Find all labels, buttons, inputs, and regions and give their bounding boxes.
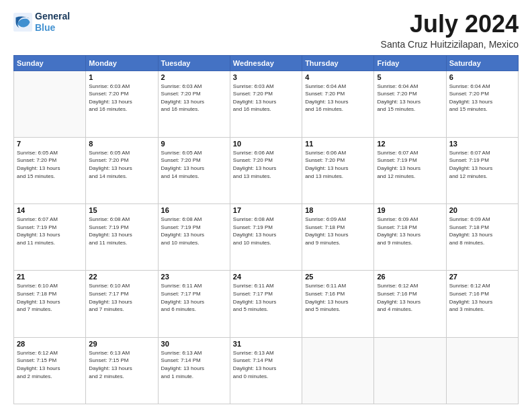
- logo: General Blue: [13, 11, 70, 34]
- calendar-cell: 27Sunrise: 6:12 AM Sunset: 7:16 PM Dayli…: [446, 271, 518, 337]
- day-number: 25: [305, 273, 371, 281]
- calendar-cell: 24Sunrise: 6:11 AM Sunset: 7:17 PM Dayli…: [230, 271, 302, 337]
- logo-icon: [13, 13, 32, 32]
- day-info: Sunrise: 6:12 AM Sunset: 7:15 PM Dayligh…: [17, 349, 83, 380]
- calendar-cell: 7Sunrise: 6:05 AM Sunset: 7:20 PM Daylig…: [14, 137, 86, 203]
- day-info: Sunrise: 6:07 AM Sunset: 7:19 PM Dayligh…: [17, 216, 83, 246]
- day-number: 3: [233, 73, 299, 81]
- calendar-cell: 19Sunrise: 6:09 AM Sunset: 7:18 PM Dayli…: [374, 204, 446, 271]
- day-info: Sunrise: 6:08 AM Sunset: 7:19 PM Dayligh…: [161, 216, 227, 246]
- day-info: Sunrise: 6:10 AM Sunset: 7:17 PM Dayligh…: [89, 282, 154, 313]
- day-number: 18: [305, 206, 371, 214]
- day-info: Sunrise: 6:06 AM Sunset: 7:20 PM Dayligh…: [233, 149, 299, 180]
- calendar-cell: 10Sunrise: 6:06 AM Sunset: 7:20 PM Dayli…: [230, 137, 302, 203]
- day-info: Sunrise: 6:04 AM Sunset: 7:20 PM Dayligh…: [377, 83, 443, 113]
- day-number: 11: [305, 140, 371, 148]
- day-number: 12: [377, 140, 443, 148]
- day-info: Sunrise: 6:04 AM Sunset: 7:20 PM Dayligh…: [305, 83, 371, 113]
- calendar-cell: 18Sunrise: 6:09 AM Sunset: 7:18 PM Dayli…: [302, 204, 374, 271]
- day-number: 31: [233, 340, 299, 348]
- day-number: 16: [161, 206, 227, 214]
- day-info: Sunrise: 6:07 AM Sunset: 7:19 PM Dayligh…: [449, 149, 515, 180]
- day-number: 1: [89, 73, 154, 81]
- day-number: 19: [377, 206, 443, 214]
- calendar-cell: 28Sunrise: 6:12 AM Sunset: 7:15 PM Dayli…: [14, 337, 86, 404]
- day-number: 7: [17, 140, 83, 148]
- title-block: July 2024 Santa Cruz Huitzizilapan, Mexi…: [381, 11, 519, 50]
- day-info: Sunrise: 6:11 AM Sunset: 7:17 PM Dayligh…: [233, 282, 299, 313]
- calendar-week-4: 21Sunrise: 6:10 AM Sunset: 7:18 PM Dayli…: [14, 271, 519, 337]
- day-number: 28: [17, 340, 83, 348]
- day-number: 29: [89, 340, 154, 348]
- day-info: Sunrise: 6:03 AM Sunset: 7:20 PM Dayligh…: [161, 83, 227, 113]
- calendar-cell: [446, 337, 518, 404]
- calendar-cell: 3Sunrise: 6:03 AM Sunset: 7:20 PM Daylig…: [230, 71, 302, 137]
- day-info: Sunrise: 6:08 AM Sunset: 7:19 PM Dayligh…: [89, 216, 154, 246]
- calendar-cell: 17Sunrise: 6:08 AM Sunset: 7:19 PM Dayli…: [230, 204, 302, 271]
- calendar-week-1: 1Sunrise: 6:03 AM Sunset: 7:20 PM Daylig…: [14, 71, 519, 137]
- day-number: 14: [17, 206, 83, 214]
- day-number: 24: [233, 273, 299, 281]
- calendar-cell: 14Sunrise: 6:07 AM Sunset: 7:19 PM Dayli…: [14, 204, 86, 271]
- calendar-cell: 16Sunrise: 6:08 AM Sunset: 7:19 PM Dayli…: [158, 204, 230, 271]
- day-number: 8: [89, 140, 154, 148]
- day-info: Sunrise: 6:05 AM Sunset: 7:20 PM Dayligh…: [17, 149, 83, 180]
- day-number: 6: [449, 73, 515, 81]
- location: Santa Cruz Huitzizilapan, Mexico: [381, 39, 519, 50]
- day-info: Sunrise: 6:13 AM Sunset: 7:15 PM Dayligh…: [89, 349, 154, 380]
- calendar-header-saturday: Saturday: [446, 55, 518, 71]
- day-number: 15: [89, 206, 154, 214]
- calendar-cell: 9Sunrise: 6:05 AM Sunset: 7:20 PM Daylig…: [158, 137, 230, 203]
- calendar-cell: 29Sunrise: 6:13 AM Sunset: 7:15 PM Dayli…: [86, 337, 158, 404]
- calendar-header-thursday: Thursday: [302, 55, 374, 71]
- day-info: Sunrise: 6:12 AM Sunset: 7:16 PM Dayligh…: [377, 282, 443, 313]
- calendar-cell: 23Sunrise: 6:11 AM Sunset: 7:17 PM Dayli…: [158, 271, 230, 337]
- day-number: 30: [161, 340, 227, 348]
- calendar-cell: 11Sunrise: 6:06 AM Sunset: 7:20 PM Dayli…: [302, 137, 374, 203]
- calendar-cell: [302, 337, 374, 404]
- day-info: Sunrise: 6:06 AM Sunset: 7:20 PM Dayligh…: [305, 149, 371, 180]
- calendar-header-tuesday: Tuesday: [158, 55, 230, 71]
- day-info: Sunrise: 6:08 AM Sunset: 7:19 PM Dayligh…: [233, 216, 299, 246]
- day-info: Sunrise: 6:12 AM Sunset: 7:16 PM Dayligh…: [449, 282, 515, 313]
- day-info: Sunrise: 6:09 AM Sunset: 7:18 PM Dayligh…: [305, 216, 371, 246]
- calendar-cell: 30Sunrise: 6:13 AM Sunset: 7:14 PM Dayli…: [158, 337, 230, 404]
- logo-text: General Blue: [35, 11, 70, 34]
- day-info: Sunrise: 6:04 AM Sunset: 7:20 PM Dayligh…: [449, 83, 515, 113]
- day-info: Sunrise: 6:13 AM Sunset: 7:14 PM Dayligh…: [233, 349, 299, 380]
- day-info: Sunrise: 6:10 AM Sunset: 7:18 PM Dayligh…: [17, 282, 83, 313]
- calendar-week-2: 7Sunrise: 6:05 AM Sunset: 7:20 PM Daylig…: [14, 137, 519, 203]
- day-number: 26: [377, 273, 443, 281]
- day-number: 5: [377, 73, 443, 81]
- day-info: Sunrise: 6:09 AM Sunset: 7:18 PM Dayligh…: [377, 216, 443, 246]
- day-number: 10: [233, 140, 299, 148]
- calendar-cell: 13Sunrise: 6:07 AM Sunset: 7:19 PM Dayli…: [446, 137, 518, 203]
- day-number: 13: [449, 140, 515, 148]
- day-number: 2: [161, 73, 227, 81]
- calendar-cell: 8Sunrise: 6:05 AM Sunset: 7:20 PM Daylig…: [86, 137, 158, 203]
- day-number: 21: [17, 273, 83, 281]
- day-info: Sunrise: 6:07 AM Sunset: 7:19 PM Dayligh…: [377, 149, 443, 180]
- calendar-week-5: 28Sunrise: 6:12 AM Sunset: 7:15 PM Dayli…: [14, 337, 519, 404]
- calendar-cell: 15Sunrise: 6:08 AM Sunset: 7:19 PM Dayli…: [86, 204, 158, 271]
- calendar-cell: 22Sunrise: 6:10 AM Sunset: 7:17 PM Dayli…: [86, 271, 158, 337]
- header: General Blue July 2024 Santa Cruz Huitzi…: [13, 11, 519, 50]
- calendar-header-sunday: Sunday: [14, 55, 86, 71]
- calendar-cell: 25Sunrise: 6:11 AM Sunset: 7:16 PM Dayli…: [302, 271, 374, 337]
- calendar-cell: 12Sunrise: 6:07 AM Sunset: 7:19 PM Dayli…: [374, 137, 446, 203]
- calendar-table: SundayMondayTuesdayWednesdayThursdayFrid…: [13, 55, 519, 404]
- day-number: 27: [449, 273, 515, 281]
- day-info: Sunrise: 6:09 AM Sunset: 7:18 PM Dayligh…: [449, 216, 515, 246]
- calendar-cell: 2Sunrise: 6:03 AM Sunset: 7:20 PM Daylig…: [158, 71, 230, 137]
- day-number: 23: [161, 273, 227, 281]
- calendar-cell: 31Sunrise: 6:13 AM Sunset: 7:14 PM Dayli…: [230, 337, 302, 404]
- day-number: 22: [89, 273, 154, 281]
- calendar-cell: 20Sunrise: 6:09 AM Sunset: 7:18 PM Dayli…: [446, 204, 518, 271]
- calendar-cell: 26Sunrise: 6:12 AM Sunset: 7:16 PM Dayli…: [374, 271, 446, 337]
- calendar-cell: [14, 71, 86, 137]
- page: General Blue July 2024 Santa Cruz Huitzi…: [0, 0, 532, 411]
- calendar-header-row: SundayMondayTuesdayWednesdayThursdayFrid…: [14, 55, 519, 71]
- day-info: Sunrise: 6:03 AM Sunset: 7:20 PM Dayligh…: [89, 83, 154, 113]
- day-info: Sunrise: 6:11 AM Sunset: 7:16 PM Dayligh…: [305, 282, 371, 313]
- day-number: 20: [449, 206, 515, 214]
